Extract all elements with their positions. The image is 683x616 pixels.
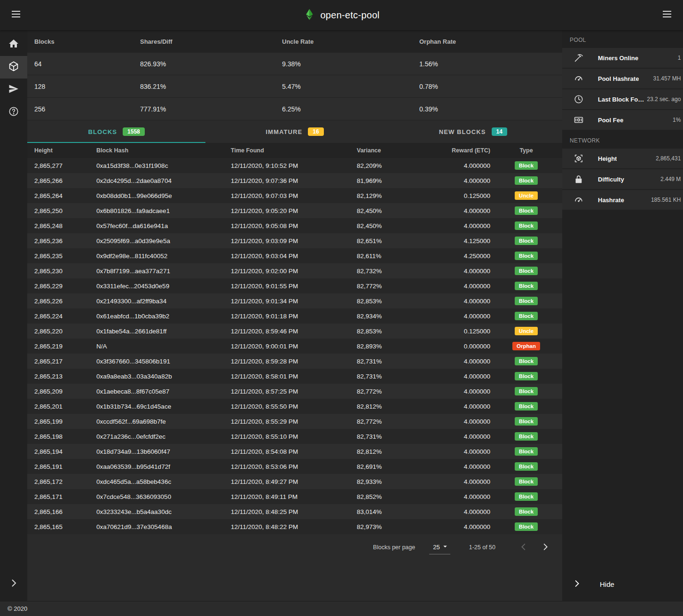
block-hash-cell[interactable]: 0xa15d3f38...0e31f1908c — [96, 162, 231, 169]
block-row[interactable]: 2,865,191 0xaa063539...b95d41d72f 12/11/… — [27, 459, 562, 474]
nav-help[interactable] — [0, 101, 27, 124]
col-type: Type — [490, 147, 562, 154]
time-found-cell: 12/11/2020, 8:48:25 PM — [231, 508, 357, 515]
block-row[interactable]: 2,865,209 0x1aebeca8...8f67c05e87 12/11/… — [27, 384, 562, 399]
block-hash-cell[interactable]: 0x1aebeca8...8f67c05e87 — [96, 388, 231, 395]
prev-page-button[interactable] — [515, 539, 532, 556]
gauge-icon — [573, 73, 584, 84]
block-height-cell: 2,865,201 — [34, 403, 96, 410]
tab-immature[interactable]: IMMATURE 16 — [205, 120, 384, 143]
stat-network-difficulty: Difficulty 2.449 M — [562, 169, 683, 190]
type-badge: Block — [515, 402, 538, 411]
block-hash-cell[interactable]: 0xaa063539...b95d41d72f — [96, 463, 231, 470]
block-hash-cell[interactable]: 0x6b801826...fa9adcaee1 — [96, 207, 231, 214]
type-badge: Block — [515, 267, 538, 275]
shares-diff-cell: 777.91% — [140, 105, 282, 113]
tab-blocks[interactable]: BLOCKS 1558 — [27, 120, 205, 143]
stat-label: Difficulty — [598, 176, 624, 183]
block-hash-cell[interactable]: 0xa9a8eab3...03a340a82b — [96, 373, 231, 380]
block-row[interactable]: 2,865,277 0xa15d3f38...0e31f1908c 12/11/… — [27, 158, 562, 173]
luck-stats-table: Blocks Shares/Diff Uncle Rate Orphan Rat… — [27, 30, 562, 120]
block-row[interactable]: 2,865,199 0xccdf562f...69a698b7fe 12/11/… — [27, 414, 562, 429]
block-hash-cell[interactable]: 0x57fec60f...da616e941a — [96, 222, 231, 229]
per-page-select[interactable]: 25 — [429, 541, 450, 554]
menu-button-left[interactable] — [7, 6, 25, 24]
block-hash-cell[interactable]: 0xa70621d9...37e305468a — [96, 523, 231, 530]
block-hash-cell[interactable]: 0x61eabfcd...1b0cba39b2 — [96, 313, 231, 320]
block-hash-cell[interactable]: 0x21493300...af2ff9ba34 — [96, 298, 231, 305]
block-hash-cell[interactable]: 0xb08dd0b1...99e066d95e — [96, 192, 231, 199]
type-badge: Block — [515, 477, 538, 486]
block-hash-cell[interactable]: 0x3233243e...b5a4aa30dc — [96, 508, 231, 515]
block-row[interactable]: 2,865,171 0x7cdce548...3636093050 12/11/… — [27, 489, 562, 504]
type-badge: Uncle — [515, 191, 538, 200]
block-row[interactable]: 2,865,165 0xa70621d9...37e305468a 12/11/… — [27, 519, 562, 534]
block-hash-cell[interactable]: N/A — [96, 343, 231, 350]
block-row[interactable]: 2,865,264 0xb08dd0b1...99e066d95e 12/11/… — [27, 188, 562, 203]
block-hash-cell[interactable]: 0x7cdce548...3636093050 — [96, 493, 231, 500]
block-hash-cell[interactable]: 0x3311efec...20453d0e59 — [96, 283, 231, 290]
clock-icon — [573, 94, 584, 104]
type-badge: Block — [515, 161, 538, 170]
hide-panel-button[interactable]: Hide — [562, 573, 683, 595]
time-found-cell: 12/11/2020, 8:49:27 PM — [231, 478, 357, 485]
hamburger-icon — [10, 8, 22, 22]
block-height-cell: 2,865,277 — [34, 162, 96, 169]
type-cell: Block — [490, 237, 562, 245]
type-badge: Block — [515, 432, 538, 441]
block-hash-cell[interactable]: 0x1b31b734...69c1d45ace — [96, 403, 231, 410]
block-row[interactable]: 2,865,230 0x7b8f7199...aea377a271 12/11/… — [27, 263, 562, 278]
block-hash-cell[interactable]: 0x1fabe54a...2661de81ff — [96, 328, 231, 335]
stat-last-block-found: Last Block Fo… 23.2 sec. ago — [562, 89, 683, 110]
next-page-button[interactable] — [537, 539, 554, 556]
block-hash-cell[interactable]: 0x18d734a9...13b6060f47 — [96, 448, 231, 455]
block-hash-cell[interactable]: 0x271a236c...0efcfdf2ec — [96, 433, 231, 440]
nav-payments[interactable] — [0, 79, 27, 101]
block-row[interactable]: 2,865,166 0x3233243e...b5a4aa30dc 12/11/… — [27, 504, 562, 519]
nav-blocks[interactable] — [0, 56, 27, 79]
block-row[interactable]: 2,865,217 0x3f367660...345806b191 12/11/… — [27, 354, 562, 369]
block-hash-cell[interactable]: 0x25095f69...a0d39e9e5a — [96, 237, 231, 245]
block-hash-cell[interactable]: 0xdc465d5a...a58beb436c — [96, 478, 231, 485]
block-hash-cell[interactable]: 0xccdf562f...69a698b7fe — [96, 418, 231, 425]
block-row[interactable]: 2,865,213 0xa9a8eab3...03a340a82b 12/11/… — [27, 369, 562, 384]
blocks-count-badge: 1558 — [123, 127, 145, 136]
block-row[interactable]: 2,865,201 0x1b31b734...69c1d45ace 12/11/… — [27, 399, 562, 414]
menu-button-right[interactable] — [658, 6, 676, 24]
block-row[interactable]: 2,865,229 0x3311efec...20453d0e59 12/11/… — [27, 278, 562, 293]
left-nav — [0, 30, 27, 601]
block-row[interactable]: 2,865,220 0x1fabe54a...2661de81ff 12/11/… — [27, 324, 562, 339]
variance-cell: 82,731% — [357, 433, 432, 440]
type-badge: Block — [515, 462, 538, 471]
orphan-rate-cell: 0.39% — [419, 105, 562, 113]
variance-cell: 83,014% — [357, 508, 432, 515]
block-row[interactable]: 2,865,194 0x18d734a9...13b6060f47 12/11/… — [27, 444, 562, 459]
time-found-cell: 12/11/2020, 9:05:20 PM — [231, 207, 357, 214]
type-cell: Uncle — [490, 191, 562, 200]
block-row[interactable]: 2,865,219 N/A 12/11/2020, 9:00:01 PM 82,… — [27, 339, 562, 354]
block-row[interactable]: 2,865,235 0x9df2e98e...811fc40052 12/11/… — [27, 248, 562, 263]
nav-home[interactable] — [0, 33, 27, 56]
type-cell: Block — [490, 206, 562, 215]
tab-new-blocks[interactable]: NEW BLOCKS 14 — [384, 120, 562, 143]
block-hash-cell[interactable]: 0x9df2e98e...811fc40052 — [96, 253, 231, 260]
block-row[interactable]: 2,865,172 0xdc465d5a...a58beb436c 12/11/… — [27, 474, 562, 489]
block-row[interactable]: 2,865,250 0x6b801826...fa9adcaee1 12/11/… — [27, 203, 562, 218]
block-height-cell: 2,865,209 — [34, 388, 96, 395]
block-row[interactable]: 2,865,226 0x21493300...af2ff9ba34 12/11/… — [27, 293, 562, 308]
immature-count-badge: 16 — [308, 127, 323, 136]
stat-value: 1% — [670, 117, 681, 123]
block-row[interactable]: 2,865,248 0x57fec60f...da616e941a 12/11/… — [27, 218, 562, 233]
block-hash-cell[interactable]: 0x2dc4295d...2dae0a8704 — [96, 177, 231, 184]
block-row[interactable]: 2,865,266 0x2dc4295d...2dae0a8704 12/11/… — [27, 173, 562, 188]
cube-scan-icon — [573, 153, 584, 164]
block-row[interactable]: 2,865,224 0x61eabfcd...1b0cba39b2 12/11/… — [27, 308, 562, 324]
top-app-bar: open-etc-pool — [0, 0, 683, 30]
block-hash-cell[interactable]: 0x3f367660...345806b191 — [96, 358, 231, 365]
nav-expand-button[interactable] — [0, 573, 27, 595]
block-row[interactable]: 2,865,198 0x271a236c...0efcfdf2ec 12/11/… — [27, 429, 562, 444]
block-row[interactable]: 2,865,236 0x25095f69...a0d39e9e5a 12/11/… — [27, 233, 562, 248]
reward-cell: 4.000000 — [432, 283, 490, 290]
reward-cell: 4.000000 — [432, 478, 490, 485]
block-hash-cell[interactable]: 0x7b8f7199...aea377a271 — [96, 268, 231, 275]
